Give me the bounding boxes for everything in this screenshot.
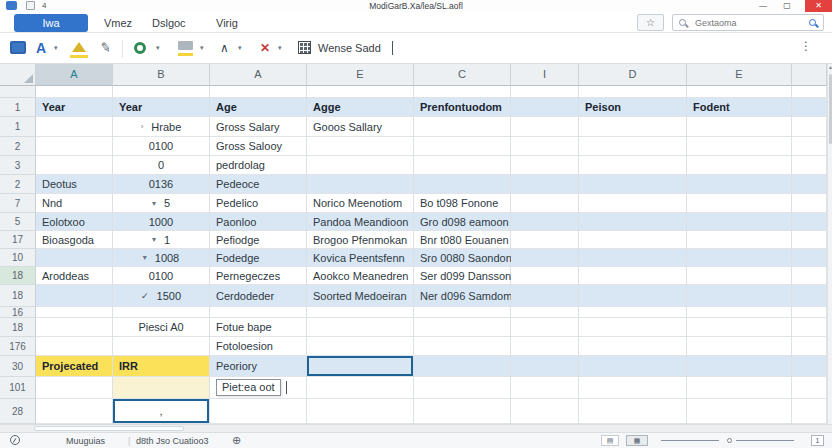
cell[interactable]: Pefiodge — [210, 231, 307, 249]
search-box[interactable] — [672, 14, 824, 31]
tab-home[interactable]: Iwa — [14, 14, 88, 32]
cell[interactable]: Bnr t080 Eouanen — [414, 231, 511, 249]
cell[interactable]: Brogoo Pfenmokan — [307, 231, 414, 249]
cell[interactable]: Kovica Peentsfenn — [307, 249, 414, 267]
row-header[interactable]: 1 — [0, 98, 36, 117]
dropdown-icon[interactable]: › — [141, 122, 144, 131]
cell[interactable]: Fotoloesion — [210, 337, 307, 356]
cell[interactable] — [792, 249, 827, 267]
page-layout-view-icon[interactable]: ▦ — [626, 435, 648, 446]
column-header[interactable]: A — [36, 64, 113, 86]
cell[interactable]: Prenfontuodom — [414, 98, 511, 117]
column-header[interactable]: E — [307, 64, 414, 86]
cell[interactable] — [511, 307, 579, 318]
cell[interactable] — [307, 156, 414, 175]
cell[interactable] — [792, 86, 827, 98]
cell[interactable]: Pandoa Meandioon — [307, 213, 414, 231]
cell[interactable] — [414, 377, 511, 399]
highlighter-icon[interactable] — [72, 42, 86, 52]
cell[interactable]: ▾1008 — [113, 249, 210, 267]
sheet-nav-icon[interactable] — [10, 435, 20, 445]
cell[interactable] — [210, 307, 307, 318]
ellipse-shape-icon[interactable] — [134, 42, 146, 54]
horizontal-scrollbar[interactable] — [0, 424, 832, 432]
favorite-star-button[interactable]: ☆ — [637, 14, 664, 31]
cell[interactable] — [792, 231, 827, 249]
cell[interactable] — [579, 377, 687, 399]
cell[interactable] — [36, 399, 113, 424]
cell[interactable] — [792, 156, 827, 175]
cell[interactable] — [414, 86, 511, 98]
search-input[interactable] — [695, 15, 795, 30]
row-header[interactable]: 2 — [0, 137, 36, 156]
row-header[interactable]: 30 — [0, 356, 36, 377]
cell[interactable] — [579, 156, 687, 175]
cell[interactable] — [36, 86, 113, 98]
fill-bucket-icon[interactable] — [178, 41, 193, 50]
chevron-down-icon[interactable]: ▾ — [238, 44, 242, 52]
cell[interactable]: Fotue bape — [210, 318, 307, 337]
row-header[interactable]: 176 — [0, 337, 36, 356]
font-color-icon[interactable]: A — [36, 39, 46, 57]
cell[interactable]: pedrdolag — [210, 156, 307, 175]
cell[interactable] — [414, 356, 511, 377]
cell[interactable] — [792, 337, 827, 356]
checkmark-icon[interactable]: ✓ — [141, 291, 149, 301]
cell[interactable]: Year — [113, 98, 210, 117]
cell[interactable] — [687, 86, 792, 98]
cell[interactable] — [579, 137, 687, 156]
cell[interactable] — [414, 175, 511, 194]
cell[interactable]: Pedeoce — [210, 175, 307, 194]
cell[interactable] — [113, 337, 210, 356]
cell[interactable] — [511, 356, 579, 377]
row-header[interactable]: 18 — [0, 318, 36, 337]
select-all-corner[interactable] — [0, 64, 36, 86]
delete-x-icon[interactable]: ✕ — [260, 39, 270, 57]
cell[interactable] — [792, 356, 827, 377]
column-header[interactable] — [792, 64, 827, 86]
cell[interactable] — [687, 356, 792, 377]
cell[interactable] — [414, 117, 511, 137]
cell[interactable] — [579, 194, 687, 213]
dropdown-icon[interactable]: ▾ — [143, 253, 147, 262]
cell[interactable] — [113, 307, 210, 318]
caret-shape-icon[interactable]: ∧ — [220, 39, 229, 57]
cell[interactable] — [579, 213, 687, 231]
cell[interactable]: Fodent — [687, 98, 792, 117]
cell[interactable]: Age — [210, 98, 307, 117]
zoom-slider-track-right[interactable] — [736, 440, 794, 441]
chevron-down-icon[interactable]: ▾ — [54, 44, 58, 52]
cell[interactable] — [511, 175, 579, 194]
cell[interactable]: ›Hrabe — [113, 117, 210, 137]
cell[interactable] — [687, 213, 792, 231]
cell[interactable] — [687, 175, 792, 194]
zoom-slider-handle[interactable] — [727, 438, 732, 443]
cell[interactable] — [511, 399, 579, 424]
cell[interactable] — [307, 137, 414, 156]
sheet-tab-2[interactable]: d8th Jso Cuatioo3 — [136, 436, 209, 446]
cell[interactable]: ▾5 — [113, 194, 210, 213]
row-header[interactable]: 10 — [0, 249, 36, 267]
cell[interactable] — [792, 318, 827, 337]
row-header[interactable]: 18 — [0, 285, 36, 307]
row-header[interactable]: 2 — [0, 175, 36, 194]
cell[interactable] — [36, 117, 113, 137]
cell[interactable] — [579, 318, 687, 337]
vertical-scrollbar[interactable]: ▲ — [827, 64, 832, 424]
window-fill-icon[interactable] — [10, 41, 26, 54]
cell[interactable]: Cerdodeder — [210, 285, 307, 307]
cell[interactable] — [511, 267, 579, 285]
cell[interactable] — [792, 399, 827, 424]
cell[interactable] — [579, 86, 687, 98]
row-header[interactable]: 18 — [0, 267, 36, 285]
cell[interactable] — [307, 86, 414, 98]
cell[interactable] — [36, 249, 113, 267]
cell[interactable]: IRR — [113, 356, 210, 377]
cell[interactable]: 0136 — [113, 175, 210, 194]
cell[interactable]: Norico Meenotiom — [307, 194, 414, 213]
cell[interactable] — [687, 249, 792, 267]
row-header[interactable]: 16 — [0, 307, 36, 318]
search-go-icon[interactable] — [809, 19, 816, 26]
cell[interactable] — [414, 156, 511, 175]
cell[interactable]: Year — [36, 98, 113, 117]
